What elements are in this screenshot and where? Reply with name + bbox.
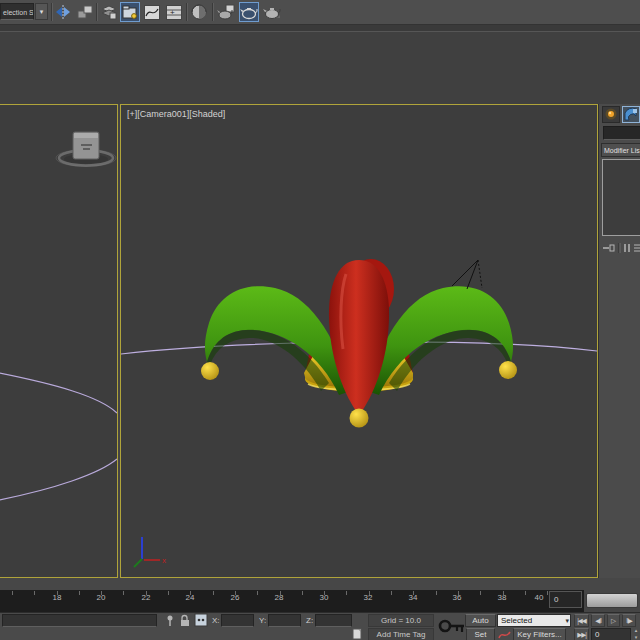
frame-tick: 40 — [531, 593, 547, 602]
camera-viewport-scene: x — [121, 105, 597, 577]
selection-lock-icon[interactable] — [178, 614, 191, 627]
frame-tick: 20 — [93, 593, 109, 602]
render-setup-icon[interactable] — [216, 2, 236, 22]
track-bar[interactable]: 18 20 22 24 26 28 30 32 34 36 38 40 — [0, 590, 584, 612]
scrollbar-thumb[interactable] — [586, 593, 638, 608]
absolute-mode-icon[interactable] — [194, 613, 208, 627]
x-coord-field[interactable] — [221, 614, 254, 627]
key-mode-curve-icon[interactable] — [498, 628, 511, 640]
stack-tool-icons[interactable] — [601, 240, 640, 256]
next-frame-button[interactable]: ‖▶ — [622, 614, 636, 627]
viewport-camera[interactable]: [+][Camera001][Shaded] — [120, 104, 598, 578]
previous-frame-button[interactable]: ◀‖ — [591, 614, 605, 627]
selected-value: Selected — [501, 616, 532, 625]
frame-tick: 34 — [405, 593, 421, 602]
grid-size-display: Grid = 10.0 — [368, 614, 434, 627]
pin-icon[interactable] — [164, 614, 176, 627]
z-coord-label: Z: — [306, 616, 313, 625]
key-filter-selection-dropdown[interactable]: Selected ▾ — [497, 614, 571, 627]
main-toolbar: election Se ▾ + — [0, 0, 640, 25]
frame-tick: 24 — [182, 593, 198, 602]
toolbar-separator — [212, 3, 214, 21]
viewport-label[interactable]: [+][Camera001][Shaded] — [127, 109, 225, 119]
svg-text:x: x — [162, 556, 166, 565]
goto-start-button[interactable]: |◀◀ — [574, 614, 589, 627]
align-icon[interactable] — [75, 2, 95, 22]
frame-tick: 28 — [271, 593, 287, 602]
ribbon-collapsed-strip — [0, 25, 640, 32]
frame-tick: 30 — [316, 593, 332, 602]
frame-spinner[interactable]: ▴ ▾ — [632, 627, 640, 640]
time-tag-icon[interactable] — [352, 628, 363, 640]
spinner-down-icon[interactable]: ▾ — [632, 634, 640, 640]
track-bar-frame-box[interactable]: 0 — [549, 591, 582, 608]
set-keys-key-icon[interactable] — [438, 616, 466, 638]
mirror-icon[interactable] — [53, 2, 73, 22]
material-editor-icon[interactable] — [189, 2, 209, 22]
stack-tools-row — [601, 240, 640, 256]
modifier-list-dropdown[interactable]: Modifier Lis — [601, 143, 640, 157]
ribbon-empty-area — [0, 32, 640, 104]
key-filters-button[interactable]: Key Filters... — [513, 628, 566, 640]
current-frame-field[interactable]: 0 — [591, 628, 631, 640]
world-axis-icon: x — [134, 537, 166, 567]
set-key-button[interactable]: Set Key — [466, 628, 495, 640]
toolbar-separator — [186, 3, 188, 21]
frame-tick: 38 — [494, 593, 510, 602]
dropdown-arrow-icon: ▾ — [565, 615, 569, 627]
frame-tick: 26 — [227, 593, 243, 602]
viewport-timeline-gap — [0, 578, 640, 590]
tab-modify[interactable] — [622, 106, 640, 123]
named-selection-set-field[interactable]: election Se — [0, 3, 34, 20]
frame-tick: 18 — [49, 593, 65, 602]
svg-text:+: + — [170, 7, 175, 16]
modifier-stack-list[interactable] — [602, 159, 640, 236]
frame-tick: 22 — [138, 593, 154, 602]
manage-layers-icon[interactable] — [98, 2, 118, 22]
y-coord-field[interactable] — [268, 614, 301, 627]
rendered-frame-window-icon[interactable] — [239, 2, 259, 22]
add-time-tag-button[interactable]: Add Time Tag — [368, 628, 434, 640]
tab-create[interactable] — [602, 106, 620, 123]
selection-set-dropdown-arrow-icon[interactable]: ▾ — [35, 3, 48, 20]
maxscript-mini-listener[interactable] — [2, 614, 157, 627]
z-coord-field[interactable] — [315, 614, 352, 627]
status-bar: X: Y: Z: Grid = 10.0 Auto Key Selected ▾… — [0, 612, 640, 640]
curve-editor-icon[interactable] — [142, 2, 162, 22]
schematic-view-icon[interactable]: + — [164, 2, 184, 22]
3dsmax-window: election Se ▾ + — [0, 0, 640, 640]
viewport-left[interactable] — [0, 104, 118, 578]
helper-object[interactable] — [56, 132, 116, 167]
command-panel: Modifier Lis — [598, 104, 640, 578]
left-viewport-scene — [0, 105, 117, 577]
scene-explorer-icon[interactable] — [120, 2, 140, 22]
wire-helper-marker[interactable] — [452, 260, 482, 289]
y-coord-label: Y: — [259, 616, 266, 625]
play-button[interactable]: ▷ — [607, 614, 620, 627]
render-production-icon[interactable] — [262, 2, 282, 22]
x-coord-label: X: — [212, 616, 220, 625]
object-name-field[interactable] — [603, 126, 640, 140]
frame-tick: 36 — [449, 593, 465, 602]
spinner-up-icon[interactable]: ▴ — [632, 627, 640, 634]
auto-key-button[interactable]: Auto Key — [465, 614, 496, 627]
frame-tick: 32 — [360, 593, 376, 602]
goto-end-button[interactable]: ▶▶| — [574, 628, 589, 640]
